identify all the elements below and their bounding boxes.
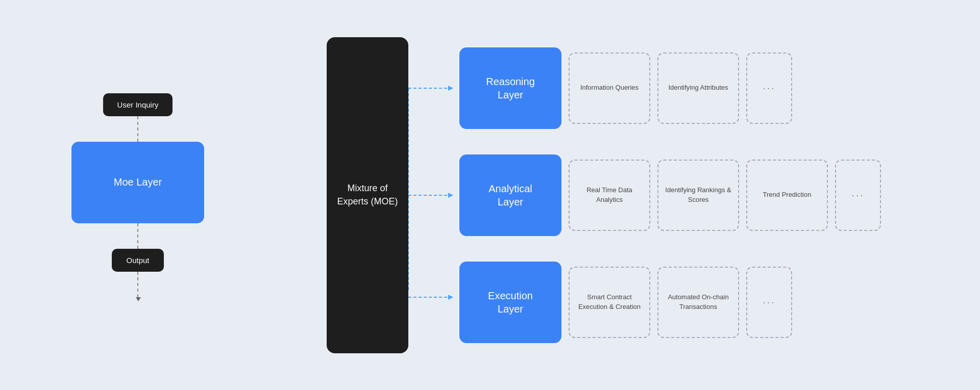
layers-container: ReasoningLayer Information Queries Ident… xyxy=(459,37,881,353)
realtime-data-card: Real Time Data Analytics xyxy=(569,160,650,231)
reasoning-layer-box: ReasoningLayer xyxy=(459,47,561,129)
smart-contract-card: Smart Contract Execution & Creation xyxy=(569,267,650,338)
output-box: Output xyxy=(112,249,163,272)
analytical-group: AnalyticalLayer Real Time Data Analytics… xyxy=(459,154,881,236)
execution-label: ExecutionLayer xyxy=(488,289,533,316)
svg-marker-6 xyxy=(448,295,453,300)
identifying-attributes-card: Identifying Attributes xyxy=(657,53,739,124)
moe-label: Mixture ofExperts (MOE) xyxy=(337,182,398,207)
execution-layer-box: ExecutionLayer xyxy=(459,262,561,343)
reasoning-more-card: ··· xyxy=(746,53,792,124)
info-queries-text: Information Queries xyxy=(580,83,639,92)
smart-contract-text: Smart Contract Execution & Creation xyxy=(575,293,644,311)
moe-box: Mixture ofExperts (MOE) xyxy=(327,37,408,353)
analytical-dots: ··· xyxy=(851,189,865,201)
connector-line-3-arrow xyxy=(137,272,138,297)
onchain-transactions-card: Automated On-chain Transactions xyxy=(657,267,739,338)
trend-prediction-text: Trend Prediction xyxy=(763,190,812,199)
branch-svg xyxy=(408,37,459,353)
branch-connector xyxy=(408,37,459,353)
trend-prediction-card: Trend Prediction xyxy=(746,160,828,231)
realtime-data-text: Real Time Data Analytics xyxy=(575,186,644,204)
svg-marker-4 xyxy=(448,86,453,91)
analytical-layer-box: AnalyticalLayer xyxy=(459,154,561,236)
reasoning-dots: ··· xyxy=(763,82,776,94)
rankings-text: Identifying Rankings & Scores xyxy=(664,186,733,204)
connector-line-1 xyxy=(137,116,138,142)
execution-dots: ··· xyxy=(763,296,776,308)
rankings-card: Identifying Rankings & Scores xyxy=(657,160,739,231)
reasoning-label: ReasoningLayer xyxy=(486,75,535,101)
moe-layer-box: Moe Layer xyxy=(71,142,204,223)
onchain-transactions-text: Automated On-chain Transactions xyxy=(664,293,733,311)
info-queries-card: Information Queries xyxy=(569,53,650,124)
analytical-more-card: ··· xyxy=(835,160,881,231)
connector-line-2 xyxy=(137,223,138,249)
left-diagram: User Inquiry Moe Layer Output xyxy=(31,93,245,297)
execution-group: ExecutionLayer Smart Contract Execution … xyxy=(459,262,881,343)
svg-marker-5 xyxy=(448,193,453,198)
user-inquiry-box: User Inquiry xyxy=(103,93,173,116)
analytical-label: AnalyticalLayer xyxy=(488,182,532,209)
execution-more-card: ··· xyxy=(746,267,792,338)
identifying-attributes-text: Identifying Attributes xyxy=(668,83,728,92)
reasoning-group: ReasoningLayer Information Queries Ident… xyxy=(459,47,881,129)
right-diagram: Mixture ofExperts (MOE) Reason xyxy=(327,37,949,353)
